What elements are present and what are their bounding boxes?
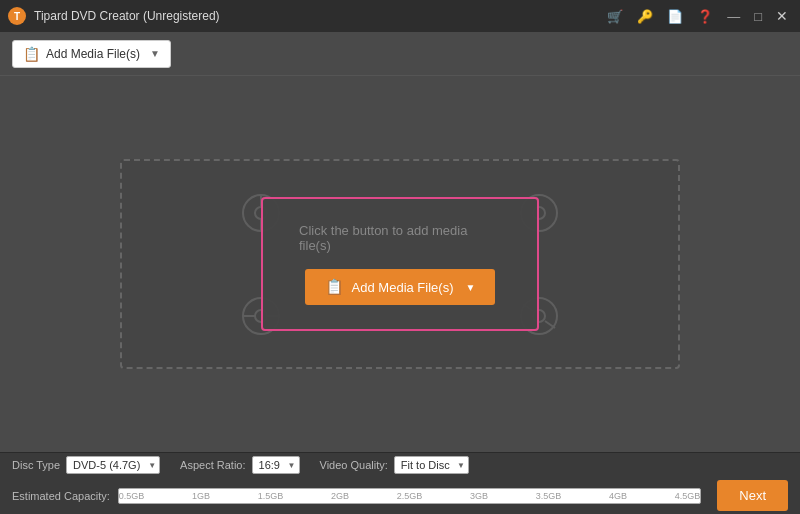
file-icon[interactable]: 📄 — [663, 9, 687, 24]
bottom-row1: Disc Type DVD-5 (4.7G) DVD-9 (8.5G) Blu-… — [12, 456, 788, 474]
tick-2: 1.5GB — [258, 491, 284, 501]
cart-icon[interactable]: 🛒 — [603, 9, 627, 24]
help-icon[interactable]: ❓ — [693, 9, 717, 24]
video-quality-select-wrapper: Fit to Disc High Medium Low — [394, 456, 469, 474]
tick-4: 2.5GB — [397, 491, 423, 501]
aspect-ratio-select-wrapper: 16:9 4:3 — [252, 456, 300, 474]
aspect-ratio-select[interactable]: 16:9 4:3 — [252, 456, 300, 474]
main-content: Click the button to add media file(s) 📋 … — [0, 76, 800, 452]
tick-labels: 0.5GB 1GB 1.5GB 2GB 2.5GB 3GB 3.5GB 4GB … — [119, 491, 700, 501]
toolbar-dropdown-arrow: ▼ — [150, 48, 160, 59]
tick-7: 4GB — [609, 491, 627, 501]
tick-5: 3GB — [470, 491, 488, 501]
tick-6: 3.5GB — [536, 491, 562, 501]
app-icon: T — [8, 7, 26, 25]
add-files-label: Add Media File(s) — [352, 280, 454, 295]
tick-1: 1GB — [192, 491, 210, 501]
titlebar-controls: 🛒 🔑 📄 ❓ — □ ✕ — [603, 8, 792, 24]
toolbar: 📋 Add Media File(s) ▼ — [0, 32, 800, 76]
maximize-icon[interactable]: □ — [750, 9, 766, 24]
add-media-icon: 📋 — [23, 46, 40, 62]
tick-0: 0.5GB — [119, 491, 145, 501]
titlebar: T Tipard DVD Creator (Unregistered) 🛒 🔑 … — [0, 0, 800, 32]
aspect-ratio-field: Aspect Ratio: 16:9 4:3 — [180, 456, 299, 474]
video-quality-select[interactable]: Fit to Disc High Medium Low — [394, 456, 469, 474]
bottom-bar: Disc Type DVD-5 (4.7G) DVD-9 (8.5G) Blu-… — [0, 452, 800, 514]
add-files-dropdown-arrow: ▼ — [465, 282, 475, 293]
video-quality-label: Video Quality: — [320, 459, 388, 471]
toolbar-add-media-button[interactable]: 📋 Add Media File(s) ▼ — [12, 40, 171, 68]
aspect-ratio-label: Aspect Ratio: — [180, 459, 245, 471]
disc-type-select-wrapper: DVD-5 (4.7G) DVD-9 (8.5G) Blu-ray 25G Bl… — [66, 456, 160, 474]
app-icon-label: T — [14, 11, 20, 22]
svg-line-13 — [545, 321, 555, 328]
add-files-button[interactable]: 📋 Add Media File(s) ▼ — [305, 269, 496, 305]
titlebar-left: T Tipard DVD Creator (Unregistered) — [8, 7, 220, 25]
minimize-icon[interactable]: — — [723, 9, 744, 24]
disc-type-field: Disc Type DVD-5 (4.7G) DVD-9 (8.5G) Blu-… — [12, 456, 160, 474]
tick-3: 2GB — [331, 491, 349, 501]
bottom-row2: Estimated Capacity: 0.5GB 1GB 1.5GB 2GB … — [12, 480, 788, 511]
preview-area: Click the button to add media file(s) 📋 … — [120, 159, 680, 369]
capacity-bar: 0.5GB 1GB 1.5GB 2GB 2.5GB 3GB 3.5GB 4GB … — [118, 488, 701, 504]
add-files-icon: 📋 — [325, 278, 344, 296]
titlebar-title: Tipard DVD Creator (Unregistered) — [34, 9, 220, 23]
next-button[interactable]: Next — [717, 480, 788, 511]
disc-type-label: Disc Type — [12, 459, 60, 471]
center-overlay: Click the button to add media file(s) 📋 … — [261, 197, 539, 331]
close-icon[interactable]: ✕ — [772, 8, 792, 24]
video-quality-field: Video Quality: Fit to Disc High Medium L… — [320, 456, 469, 474]
prompt-text: Click the button to add media file(s) — [299, 223, 501, 253]
capacity-label: Estimated Capacity: — [12, 490, 110, 502]
tick-8: 4.5GB — [675, 491, 701, 501]
toolbar-add-media-label: Add Media File(s) — [46, 47, 140, 61]
key-icon[interactable]: 🔑 — [633, 9, 657, 24]
disc-type-select[interactable]: DVD-5 (4.7G) DVD-9 (8.5G) Blu-ray 25G Bl… — [66, 456, 160, 474]
